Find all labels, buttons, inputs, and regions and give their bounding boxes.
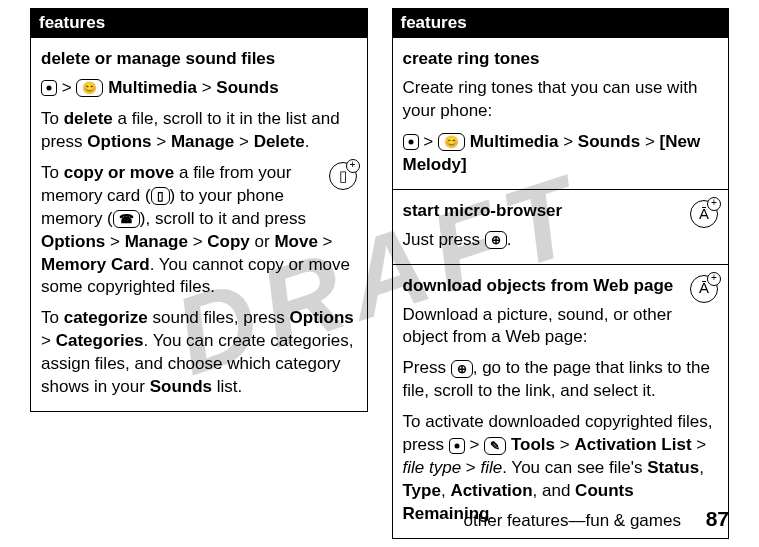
nav-path: > 😊 Multimedia > Sounds > [New Melody] — [403, 131, 719, 177]
cell-title: create ring tones — [403, 48, 719, 71]
multimedia-label: Multimedia — [108, 78, 197, 97]
delete-bold: delete — [64, 109, 113, 128]
sounds-label: Sounds — [578, 132, 640, 151]
memory-card-label: Memory Card — [41, 255, 150, 274]
text: list. — [212, 377, 242, 396]
page-number: 87 — [706, 507, 729, 530]
sounds-label: Sounds — [150, 377, 212, 396]
text: To — [41, 163, 64, 182]
sounds-label: Sounds — [216, 78, 278, 97]
right-column: features create ring tones Create ring t… — [392, 8, 730, 539]
center-key-icon — [41, 80, 57, 96]
operator-round-icon: Ā — [690, 200, 718, 228]
copy-move-bold: copy or move — [64, 163, 175, 182]
file-italic: file — [481, 458, 503, 477]
file-type-italic: file type — [403, 458, 462, 477]
activation-label: Activation — [450, 481, 532, 500]
right-features-header: features — [392, 8, 730, 38]
gt: > — [41, 331, 51, 350]
start-micro-browser-cell: Ā start micro-browser Just press ⊕. — [392, 190, 730, 265]
options-label: Options — [290, 308, 354, 327]
gt: > — [560, 435, 570, 454]
left-features-header: features — [30, 8, 368, 38]
gt: > — [466, 458, 476, 477]
gt: > — [563, 132, 573, 151]
options-label: Options — [41, 232, 105, 251]
categorize-paragraph: To categorize sound files, press Options… — [41, 307, 357, 399]
text: ), scroll to it and press — [140, 209, 306, 228]
categorize-bold: categorize — [64, 308, 148, 327]
gt: > — [470, 435, 480, 454]
gt: > — [110, 232, 120, 251]
tools-label: Tools — [511, 435, 555, 454]
copy-move-paragraph: ▯ To copy or move a file from your memor… — [41, 162, 357, 300]
multimedia-label: Multimedia — [470, 132, 559, 151]
text: . You can see file's — [502, 458, 647, 477]
gt: > — [645, 132, 655, 151]
cell-title: delete or manage sound files — [41, 48, 357, 71]
comma: , — [699, 458, 704, 477]
gt: > — [156, 132, 166, 151]
delete-label: Delete — [254, 132, 305, 151]
period: . — [305, 132, 310, 151]
browser-instruction: Just press ⊕. — [403, 229, 719, 252]
delete-paragraph: To delete a file, scroll to it in the li… — [41, 108, 357, 154]
cell-title: download objects from Web page — [403, 275, 719, 298]
left-column: features delete or manage sound files > … — [30, 8, 368, 539]
globe-key-icon: ⊕ — [451, 360, 473, 378]
type-label: Type — [403, 481, 441, 500]
cell-title: start micro-browser — [403, 200, 719, 223]
phone-icon: ☎ — [113, 210, 140, 228]
gt: > — [62, 78, 72, 97]
card-icon: ▯ — [151, 187, 170, 205]
activation-list-label: Activation List — [574, 435, 691, 454]
text: Just press — [403, 230, 485, 249]
memory-card-round-icon: ▯ — [329, 162, 357, 190]
period: . — [507, 230, 512, 249]
nav-path: > 😊 Multimedia > Sounds — [41, 77, 357, 100]
operator-round-icon: Ā — [690, 275, 718, 303]
tools-app-icon: ✎ — [484, 437, 506, 455]
gt: > — [696, 435, 706, 454]
gt: > — [193, 232, 203, 251]
footer-section-text: other features—fun & games — [464, 511, 681, 530]
text: sound files, press — [148, 308, 290, 327]
page-footer: other features—fun & games 87 — [464, 507, 729, 531]
text: To — [41, 308, 64, 327]
gt: > — [323, 232, 333, 251]
ringtone-desc: Create ring tones that you can use with … — [403, 77, 719, 123]
text: To — [41, 109, 64, 128]
download-objects-cell: Ā download objects from Web page Downloa… — [392, 265, 730, 539]
move-label: Move — [274, 232, 317, 251]
delete-manage-sound-files-cell: delete or manage sound files > 😊 Multime… — [30, 38, 368, 412]
categories-label: Categories — [56, 331, 144, 350]
text: Press — [403, 358, 451, 377]
center-key-icon — [449, 438, 465, 454]
manage-label: Manage — [171, 132, 234, 151]
gt: > — [423, 132, 433, 151]
multimedia-app-icon: 😊 — [438, 133, 465, 151]
options-label: Options — [87, 132, 151, 151]
globe-key-icon: ⊕ — [485, 231, 507, 249]
gt: > — [239, 132, 249, 151]
create-ring-tones-cell: create ring tones Create ring tones that… — [392, 38, 730, 190]
multimedia-app-icon: 😊 — [76, 79, 103, 97]
and-text: , and — [533, 481, 576, 500]
manage-label: Manage — [125, 232, 188, 251]
status-label: Status — [647, 458, 699, 477]
copy-label: Copy — [207, 232, 250, 251]
comma: , — [441, 481, 450, 500]
two-column-layout: features delete or manage sound files > … — [0, 0, 759, 539]
download-desc: Download a picture, sound, or other obje… — [403, 304, 719, 350]
or-text: or — [250, 232, 275, 251]
download-steps: Press ⊕, go to the page that links to th… — [403, 357, 719, 403]
gt: > — [202, 78, 212, 97]
center-key-icon — [403, 134, 419, 150]
